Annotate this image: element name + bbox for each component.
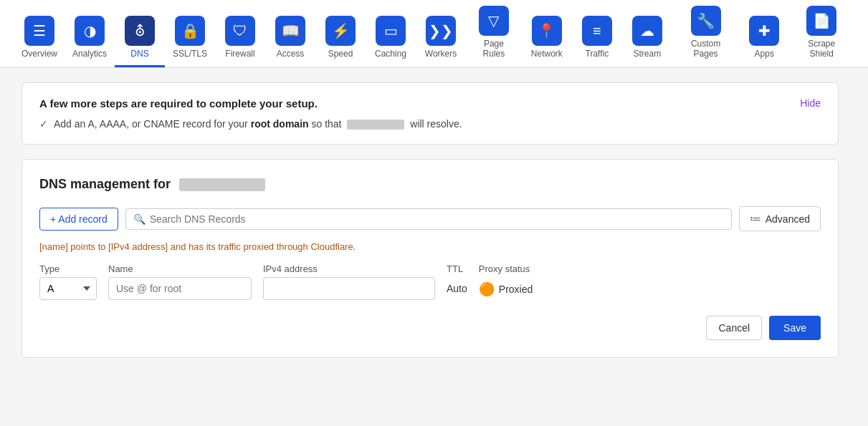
speed-icon: ⚡ bbox=[325, 16, 356, 46]
type-label: Type bbox=[39, 263, 97, 274]
dns-icon: ⛢ bbox=[125, 16, 155, 46]
custom-pages-icon: 🔧 bbox=[691, 6, 721, 36]
nav-label-traffic: Traffic bbox=[586, 49, 609, 59]
ttl-value: Auto bbox=[447, 277, 467, 300]
nav-item-apps[interactable]: ✚Apps bbox=[739, 10, 789, 67]
dns-title: DNS management for bbox=[39, 177, 821, 192]
ttl-label: TTL bbox=[447, 263, 467, 274]
nav-label-custom-pages: Custom Pages bbox=[679, 39, 732, 59]
nav-item-speed[interactable]: ⚡Speed bbox=[315, 10, 366, 67]
nav-item-traffic[interactable]: ≡Traffic bbox=[572, 10, 622, 67]
dns-management-box: DNS management for + Add record 🔍 ≔ Adva… bbox=[22, 159, 839, 358]
cloud-icon: 🟠 bbox=[479, 281, 495, 297]
save-button[interactable]: Save bbox=[769, 316, 821, 340]
blurred-domain bbox=[347, 120, 404, 130]
ssltls-icon: 🔒 bbox=[175, 16, 205, 46]
firewall-icon: 🛡 bbox=[225, 16, 255, 46]
access-icon: 📖 bbox=[275, 16, 305, 46]
nav-label-ssltls: SSL/TLS bbox=[173, 49, 207, 59]
workers-icon: ❯❯ bbox=[426, 16, 456, 46]
nav-label-analytics: Analytics bbox=[72, 49, 107, 59]
dns-toolbar: + Add record 🔍 ≔ Advanced bbox=[39, 206, 821, 231]
nav-label-stream: Stream bbox=[634, 49, 662, 59]
setup-banner-item: ✓ Add an A, AAAA, or CNAME record for yo… bbox=[39, 118, 821, 130]
nav-item-stream[interactable]: ☁Stream bbox=[622, 10, 672, 67]
dns-form: Type A AAAA CNAME MX TXT Name IPv4 addre… bbox=[39, 263, 821, 301]
top-nav: ☰Overview◑Analytics⛢DNS🔒SSL/TLS🛡Firewall… bbox=[0, 0, 868, 68]
name-field-group: Name bbox=[108, 263, 252, 300]
nav-label-scrape-shield: Scrape Shield bbox=[796, 39, 846, 59]
advanced-label: Advanced bbox=[766, 213, 810, 225]
scrape-shield-icon: 📄 bbox=[806, 6, 836, 36]
name-label: Name bbox=[108, 263, 252, 274]
nav-label-caching: Caching bbox=[375, 49, 406, 59]
advanced-icon: ≔ bbox=[750, 212, 761, 226]
page-rules-icon: ▽ bbox=[479, 6, 509, 36]
root-domain-bold: root domain bbox=[251, 118, 309, 130]
add-record-button[interactable]: + Add record bbox=[39, 208, 118, 231]
nav-item-access[interactable]: 📖Access bbox=[265, 10, 315, 67]
nav-bar: ☰Overview◑Analytics⛢DNS🔒SSL/TLS🛡Firewall… bbox=[0, 0, 868, 68]
stream-icon: ☁ bbox=[632, 16, 662, 46]
nav-item-scrape-shield[interactable]: 📄Scrape Shield bbox=[789, 0, 854, 67]
advanced-button[interactable]: ≔ Advanced bbox=[739, 206, 821, 231]
nav-item-firewall[interactable]: 🛡Firewall bbox=[215, 10, 265, 67]
ttl-field-group: TTL Auto bbox=[447, 263, 467, 300]
nav-label-overview: Overview bbox=[22, 49, 57, 59]
form-actions: Cancel Save bbox=[39, 316, 821, 340]
nav-item-ssltls[interactable]: 🔒SSL/TLS bbox=[165, 10, 215, 67]
nav-item-overview[interactable]: ☰Overview bbox=[14, 10, 65, 67]
nav-item-analytics[interactable]: ◑Analytics bbox=[65, 10, 115, 67]
apps-icon: ✚ bbox=[749, 16, 779, 46]
overview-icon: ☰ bbox=[24, 16, 54, 46]
nav-label-page-rules: Page Rules bbox=[473, 39, 515, 59]
cancel-button[interactable]: Cancel bbox=[706, 316, 762, 340]
nav-item-page-rules[interactable]: ▽Page Rules bbox=[466, 0, 522, 67]
nav-label-access: Access bbox=[277, 49, 305, 59]
network-icon: 📍 bbox=[532, 16, 562, 46]
nav-label-speed: Speed bbox=[328, 49, 353, 59]
nav-label-apps: Apps bbox=[755, 49, 774, 59]
caching-icon: ▭ bbox=[376, 16, 406, 46]
analytics-icon: ◑ bbox=[75, 16, 105, 46]
search-icon: 🔍 bbox=[133, 213, 146, 225]
proxy-label: Proxy status bbox=[479, 263, 533, 274]
nav-label-workers: Workers bbox=[425, 49, 457, 59]
dns-info-text: [name] points to [IPv4 address] and has … bbox=[39, 241, 821, 252]
name-input[interactable] bbox=[108, 277, 252, 300]
proxy-field-group: Proxy status 🟠 Proxied bbox=[479, 263, 533, 301]
setup-banner: A few more steps are required to complet… bbox=[22, 82, 839, 145]
ipv4-field-group: IPv4 address bbox=[263, 263, 435, 300]
nav-label-dns: DNS bbox=[130, 49, 148, 59]
type-select[interactable]: A AAAA CNAME MX TXT bbox=[39, 277, 97, 300]
nav-item-network[interactable]: 📍Network bbox=[522, 10, 572, 67]
main-content: A few more steps are required to complet… bbox=[0, 68, 860, 372]
type-field-group: Type A AAAA CNAME MX TXT bbox=[39, 263, 97, 300]
nav-item-custom-pages[interactable]: 🔧Custom Pages bbox=[672, 0, 739, 67]
proxy-value: Proxied bbox=[499, 284, 533, 295]
setup-banner-text: Add an A, AAAA, or CNAME record for your… bbox=[54, 118, 462, 130]
setup-banner-title: A few more steps are required to complet… bbox=[39, 97, 821, 110]
nav-item-caching[interactable]: ▭Caching bbox=[366, 10, 416, 67]
proxy-status: 🟠 Proxied bbox=[479, 277, 533, 301]
hide-button[interactable]: Hide bbox=[800, 97, 821, 109]
nav-label-firewall: Firewall bbox=[225, 49, 254, 59]
search-box: 🔍 bbox=[125, 208, 732, 230]
ipv4-input[interactable] bbox=[263, 277, 435, 300]
nav-label-network: Network bbox=[531, 49, 563, 59]
nav-item-dns[interactable]: ⛢DNS bbox=[115, 10, 165, 67]
traffic-icon: ≡ bbox=[582, 16, 612, 46]
blurred-domain-title bbox=[179, 178, 265, 191]
ipv4-label: IPv4 address bbox=[263, 263, 435, 274]
nav-item-workers[interactable]: ❯❯Workers bbox=[416, 10, 466, 67]
search-input[interactable] bbox=[150, 213, 724, 225]
check-icon: ✓ bbox=[39, 118, 48, 130]
